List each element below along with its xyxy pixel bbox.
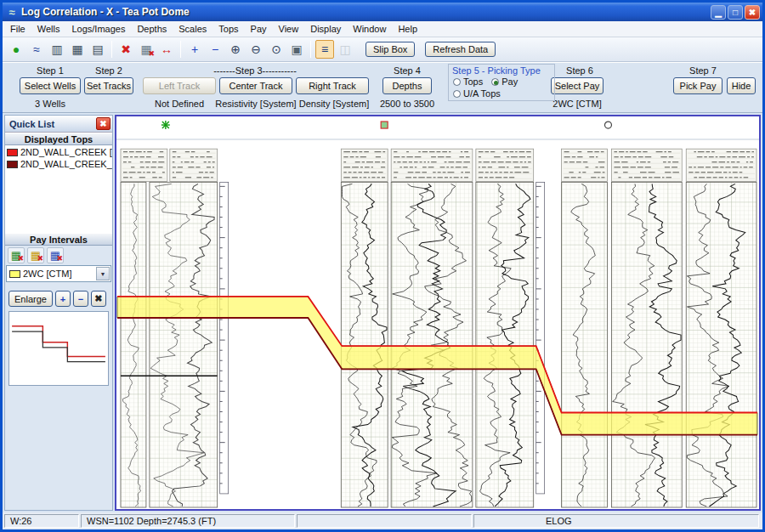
set-tracks-button[interactable]: Set Tracks bbox=[84, 77, 133, 94]
picking-type-tops[interactable]: Tops bbox=[453, 76, 483, 87]
magnifier-zoom-out-icon-glyph: ⊖ bbox=[251, 42, 261, 56]
grid-icon-glyph: ▦ bbox=[71, 42, 82, 56]
headers-icon-glyph: ▤ bbox=[92, 42, 103, 56]
magnifier-zoom-out-icon[interactable]: ⊖ bbox=[246, 40, 265, 59]
top-color-chip bbox=[7, 161, 18, 168]
delete-all-tops-icon[interactable]: ▦✖ bbox=[137, 40, 156, 59]
pay-interval-value: 2WC [CTM] bbox=[23, 269, 96, 279]
menu-display[interactable]: Display bbox=[304, 22, 347, 36]
casing-view-icon-glyph: ◫ bbox=[339, 42, 350, 56]
correlation-preview[interactable] bbox=[8, 311, 109, 386]
menu-file[interactable]: File bbox=[4, 22, 31, 36]
picking-type-u-a-tops[interactable]: U/A Tops bbox=[453, 88, 501, 99]
well-log-3[interactable] bbox=[562, 149, 756, 507]
close-button[interactable]: ✖ bbox=[745, 5, 760, 20]
pay-new-icon-overlay: ✖ bbox=[17, 255, 24, 263]
select-wells-button[interactable]: Select Wells bbox=[20, 77, 81, 94]
right-track-button[interactable]: Right Track bbox=[296, 77, 369, 94]
pay-delete-icon[interactable]: ▦✖ bbox=[47, 247, 64, 263]
menu-wells[interactable]: Wells bbox=[31, 22, 66, 36]
status-bar: W:26 WSN=1102 Depth=2745.3 (FT) ELOG bbox=[3, 512, 762, 529]
zoom-out-icon[interactable]: − bbox=[206, 40, 224, 59]
well-logs-canvas[interactable] bbox=[116, 116, 759, 509]
delete-top-icon[interactable]: ✖ bbox=[116, 40, 135, 59]
app-window: ≈ Log Correlation - X - Tea Pot Dome ▁□✖… bbox=[0, 0, 765, 532]
preview-zoom-out-button[interactable]: − bbox=[73, 291, 88, 307]
select-pay-value: 2WC [CTM] bbox=[547, 99, 608, 109]
log-curves-icon-glyph: ≈ bbox=[33, 42, 40, 56]
picking-type-pay[interactable]: Pay bbox=[491, 76, 518, 87]
well-marker-1[interactable] bbox=[162, 121, 170, 129]
depths-button[interactable]: Depths bbox=[382, 77, 432, 94]
preview-base-line bbox=[12, 331, 105, 362]
dropdown-arrow-icon[interactable]: ▼ bbox=[96, 267, 110, 280]
status-spacer bbox=[297, 514, 472, 528]
menu-scales[interactable]: Scales bbox=[173, 22, 212, 36]
preview-zoom-in-button[interactable]: + bbox=[55, 291, 71, 307]
well-marker-2[interactable] bbox=[381, 122, 388, 128]
well-log-1[interactable] bbox=[121, 149, 229, 507]
menu-tops[interactable]: Tops bbox=[212, 22, 244, 36]
enlarge-button[interactable]: Enlarge bbox=[8, 291, 53, 307]
preview-close-button[interactable]: ✖ bbox=[91, 291, 106, 307]
app-icon: ≈ bbox=[5, 6, 19, 19]
log-curves-icon[interactable]: ≈ bbox=[27, 40, 46, 59]
window-title: Log Correlation - X - Tea Pot Dome bbox=[21, 6, 709, 18]
displayed-top-item[interactable]: 2ND_WALL_CREEK [PH bbox=[5, 146, 112, 158]
fit-width-icon[interactable]: ↔ bbox=[157, 40, 176, 59]
pay-intervals-toolbar: ▦✖▦✖▦✖ bbox=[5, 246, 112, 265]
refresh-data-button[interactable]: Refresh Data bbox=[425, 42, 496, 57]
menu-view[interactable]: View bbox=[273, 22, 305, 36]
tracks-icon[interactable]: ▥ bbox=[48, 40, 66, 59]
menu-window[interactable]: Window bbox=[347, 22, 392, 36]
casing-view-icon: ◫ bbox=[336, 40, 354, 59]
pay-color-chip bbox=[9, 270, 20, 278]
maximize-button[interactable]: □ bbox=[728, 5, 743, 20]
zoom-in-icon[interactable]: + bbox=[185, 40, 204, 59]
menu-pay[interactable]: Pay bbox=[245, 22, 273, 36]
log-display-area[interactable] bbox=[115, 115, 761, 511]
main-content: Quick List ✖ Displayed Tops 2ND_WALL_CRE… bbox=[3, 113, 762, 512]
title-bar[interactable]: ≈ Log Correlation - X - Tea Pot Dome ▁□✖ bbox=[3, 3, 762, 21]
well-markers bbox=[162, 121, 612, 129]
top-color-chip bbox=[7, 149, 18, 156]
steps-panel: Step 1 Step 2 -------Step 3----------- S… bbox=[3, 62, 762, 113]
radio-label: Pay bbox=[502, 76, 518, 87]
magnifier-icon[interactable]: ⊙ bbox=[267, 40, 286, 59]
displayed-top-item[interactable]: 2ND_WALL_CREEK_BA bbox=[5, 158, 112, 170]
minimize-button[interactable]: ▁ bbox=[711, 5, 726, 20]
menu-depths[interactable]: Depths bbox=[131, 22, 173, 36]
magnifier-icon-glyph: ⊙ bbox=[271, 42, 281, 56]
slip-box-button[interactable]: Slip Box bbox=[366, 42, 415, 57]
pay-interval-select[interactable]: 2WC [CTM] ▼ bbox=[6, 265, 111, 282]
status-log-type: ELOG bbox=[473, 514, 759, 528]
toolbar: ●≈▥▦▤✖▦✖↔+−⊕⊖⊙▣≡◫ Slip BoxRefresh Data bbox=[3, 37, 762, 62]
toolbar-separator bbox=[111, 41, 112, 58]
quick-list-close-button[interactable]: ✖ bbox=[96, 117, 110, 130]
well-log-2[interactable] bbox=[341, 149, 544, 507]
step5-picking-type-group: Step 5 - Picking Type TopsPayU/A Tops bbox=[448, 64, 555, 101]
magnifier-zoom-in-icon[interactable]: ⊕ bbox=[226, 40, 245, 59]
well-marker-3[interactable] bbox=[604, 122, 611, 128]
grid-icon[interactable]: ▦ bbox=[68, 40, 87, 59]
wells-icon[interactable]: ● bbox=[7, 40, 26, 59]
hide-button[interactable]: Hide bbox=[727, 77, 756, 94]
menu-logs-images[interactable]: Logs/Images bbox=[65, 22, 131, 36]
status-well-count: W:26 bbox=[4, 514, 79, 528]
step6-label: Step 6 bbox=[555, 65, 604, 76]
menu-help[interactable]: Help bbox=[392, 22, 423, 36]
depths-value: 2500 to 3500 bbox=[374, 99, 440, 109]
radio-label: U/A Tops bbox=[463, 88, 501, 99]
pay-new-icon[interactable]: ▦✖ bbox=[8, 247, 25, 263]
pay-delete-icon-overlay: ✖ bbox=[56, 255, 63, 263]
headers-icon[interactable]: ▤ bbox=[88, 40, 107, 59]
pay-edit-icon[interactable]: ▦✖ bbox=[27, 247, 44, 263]
select-pay-button[interactable]: Select Pay bbox=[551, 77, 604, 94]
picking-type-options: TopsPayU/A Tops bbox=[453, 76, 553, 99]
menu-bar: FileWellsLogs/ImagesDepthsScalesTopsPayV… bbox=[3, 21, 762, 37]
log-view-icon[interactable]: ≡ bbox=[315, 40, 334, 59]
top-label: 2ND_WALL_CREEK [PH bbox=[20, 147, 112, 157]
pick-pay-button[interactable]: Pick Pay bbox=[673, 77, 722, 94]
snapshot-icon[interactable]: ▣ bbox=[287, 40, 306, 59]
center-track-button[interactable]: Center Track bbox=[219, 77, 292, 94]
